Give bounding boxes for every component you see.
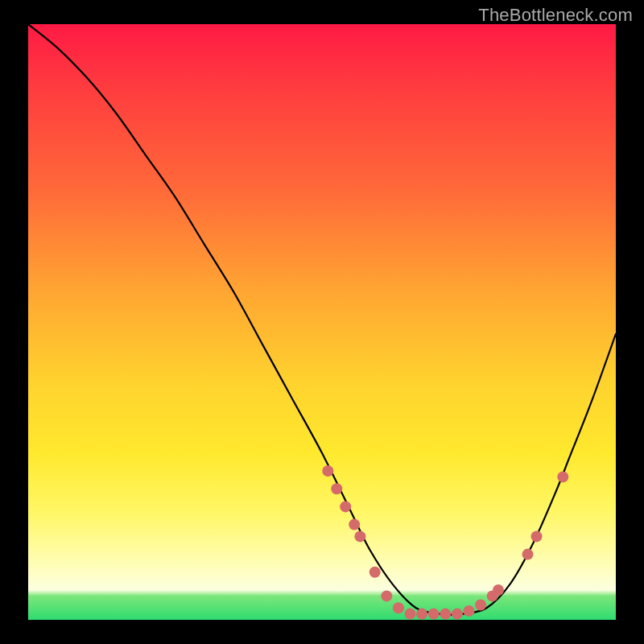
- marker-dot: [354, 530, 365, 542]
- bottleneck-curve: [28, 24, 616, 615]
- marker-dot: [349, 519, 360, 530]
- chart-svg: [28, 24, 616, 620]
- marker-dot: [416, 609, 427, 620]
- marker-dot: [464, 605, 475, 617]
- marker-dot: [531, 530, 543, 542]
- marker-dot: [475, 600, 486, 611]
- marker-dots-group: [322, 465, 568, 620]
- marker-dot: [428, 609, 440, 620]
- marker-dot: [522, 549, 534, 560]
- marker-dot: [369, 567, 381, 578]
- plot-area: [28, 24, 616, 620]
- marker-dot: [452, 609, 463, 620]
- marker-dot: [393, 602, 404, 613]
- watermark-text: TheBottleneck.com: [478, 5, 633, 26]
- marker-dot: [440, 609, 451, 620]
- marker-dot: [557, 471, 568, 482]
- marker-dot: [340, 501, 351, 512]
- marker-dot: [381, 590, 392, 601]
- marker-dot: [322, 465, 333, 477]
- marker-dot: [331, 483, 342, 494]
- marker-dot: [493, 584, 504, 596]
- marker-dot: [405, 609, 416, 620]
- chart-stage: TheBottleneck.com: [0, 0, 644, 644]
